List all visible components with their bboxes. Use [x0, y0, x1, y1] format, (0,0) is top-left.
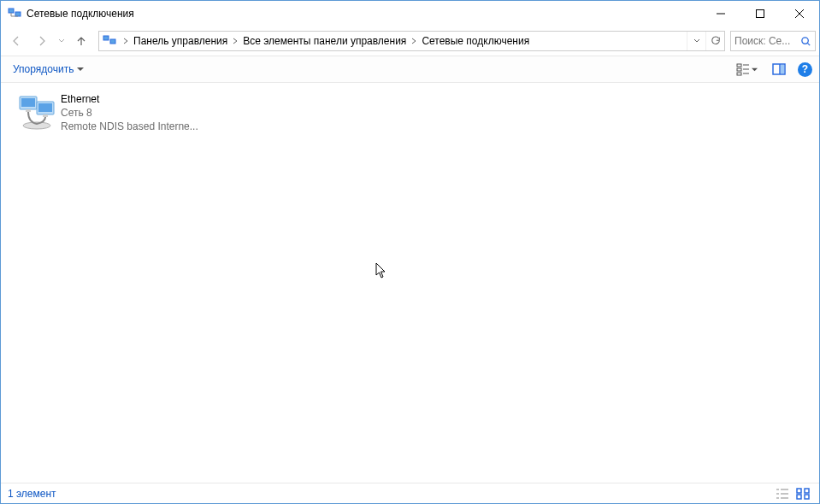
breadcrumb-item[interactable]: Панель управления [132, 35, 229, 47]
close-button[interactable] [780, 1, 819, 26]
history-dropdown[interactable] [56, 38, 68, 44]
svg-rect-4 [110, 39, 115, 44]
svg-rect-12 [21, 98, 35, 107]
organize-button[interactable]: Упорядочить [8, 60, 89, 79]
navigation-bar: Панель управления Все элементы панели уп… [1, 26, 819, 56]
svg-rect-3 [103, 36, 109, 40]
network-connections-window: Сетевые подключения [0, 0, 820, 504]
chevron-down-icon [77, 63, 84, 75]
status-count: 1 элемент [8, 488, 56, 500]
organize-label: Упорядочить [13, 63, 74, 75]
svg-rect-2 [757, 10, 764, 18]
mouse-cursor-icon [375, 262, 389, 279]
svg-rect-21 [805, 495, 809, 499]
toolbar: Упорядочить ? [1, 56, 819, 83]
chevron-right-icon[interactable] [120, 38, 132, 44]
maximize-button[interactable] [740, 1, 780, 26]
svg-point-5 [801, 37, 807, 43]
chevron-right-icon[interactable] [229, 38, 241, 44]
search-input[interactable] [731, 35, 796, 47]
address-bar[interactable]: Панель управления Все элементы панели уп… [98, 31, 725, 51]
svg-rect-19 [805, 489, 809, 493]
minimize-button[interactable] [701, 1, 740, 26]
breadcrumb-item[interactable]: Сетевые подключения [420, 35, 531, 47]
search-box[interactable] [730, 31, 816, 51]
view-options-button[interactable] [729, 59, 764, 79]
content-area[interactable]: Ethernet Сеть 8 Remote NDIS based Intern… [1, 83, 819, 483]
breadcrumb-item[interactable]: Все элементы панели управления [241, 35, 408, 47]
svg-rect-13 [26, 109, 31, 112]
svg-rect-6 [737, 64, 741, 67]
help-button[interactable]: ? [798, 62, 812, 77]
window-title: Сетевые подключения [27, 8, 701, 20]
adapter-device: Remote NDIS based Interne... [61, 120, 198, 133]
search-icon[interactable] [796, 36, 815, 47]
large-icons-view-button[interactable] [793, 486, 812, 501]
control-panel-icon [103, 34, 116, 48]
adapter-network: Сеть 8 [61, 106, 198, 120]
window-controls [701, 1, 819, 26]
network-adapter-icon [16, 91, 57, 132]
svg-rect-10 [781, 65, 784, 73]
address-dropdown[interactable] [687, 32, 705, 50]
up-button[interactable] [69, 29, 93, 53]
svg-rect-20 [797, 495, 801, 499]
network-adapter-item[interactable]: Ethernet Сеть 8 Remote NDIS based Intern… [15, 90, 220, 135]
svg-rect-16 [43, 114, 48, 117]
svg-rect-1 [15, 12, 21, 16]
back-button[interactable] [4, 29, 28, 53]
titlebar: Сетевые подключения [1, 1, 819, 26]
svg-rect-7 [737, 68, 741, 71]
svg-rect-0 [9, 9, 14, 13]
status-bar: 1 элемент [1, 483, 819, 503]
details-view-button[interactable] [773, 486, 792, 501]
preview-pane-button[interactable] [767, 59, 791, 79]
svg-rect-15 [38, 103, 52, 112]
svg-rect-8 [737, 73, 741, 75]
forward-button[interactable] [30, 29, 54, 53]
chevron-right-icon[interactable] [408, 38, 420, 44]
adapter-name: Ethernet [61, 92, 198, 106]
app-icon [8, 7, 21, 21]
adapter-details: Ethernet Сеть 8 Remote NDIS based Intern… [61, 91, 198, 133]
svg-rect-18 [797, 489, 801, 493]
refresh-button[interactable] [705, 32, 724, 50]
